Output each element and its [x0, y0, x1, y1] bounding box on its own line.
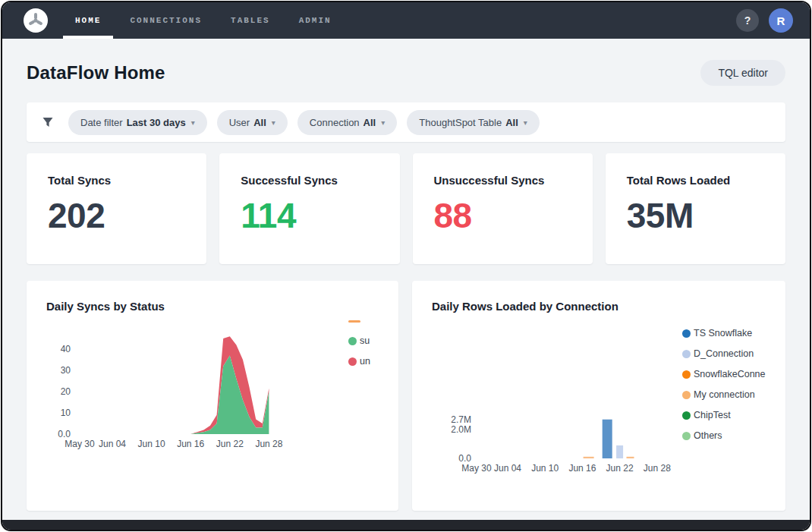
app-logo[interactable] [24, 8, 48, 33]
filter-funnel-icon [42, 116, 54, 128]
legend-label: SnowflakeConne [694, 369, 766, 379]
x-axis-tick: Jun 28 [255, 439, 282, 449]
filter-chip-value: All [505, 117, 518, 128]
legend-dot-icon [682, 411, 691, 420]
nav-tab-home[interactable]: HOME [63, 2, 113, 39]
kpi-card-total-rows-loaded: Total Rows Loaded35M [606, 153, 785, 264]
bar-my-connection[interactable] [627, 457, 634, 458]
tql-editor-button[interactable]: TQL editor [700, 60, 785, 86]
chevron-down-icon: ▾ [272, 118, 275, 127]
filter-chip-value: All [253, 117, 266, 128]
chart-title-daily-rows: Daily Rows Loaded by Connection [432, 300, 785, 313]
nav-tab-tables[interactable]: TABLES [219, 2, 282, 39]
chart-title-daily-syncs: Daily Syncs by Status [46, 300, 398, 313]
y-axis-tick: 0.0 [58, 429, 71, 439]
rows-legend-item-my-connection[interactable]: My connection [682, 389, 785, 400]
y-axis-tick: 30 [61, 365, 71, 376]
filter-chip-value: Last 30 days [127, 117, 186, 128]
rows-legend-item-ts-snowflake[interactable]: TS Snowflake [682, 328, 785, 338]
filter-chip-prefix: Connection [310, 117, 360, 128]
kpi-value: 114 [241, 198, 378, 233]
rows-legend-item-chiptest[interactable]: ChipTest [682, 410, 785, 420]
legend-label: D_Connection [694, 348, 754, 359]
syncs-legend-item-un[interactable]: un [348, 356, 398, 367]
x-axis-tick: Jun 16 [177, 439, 204, 449]
filter-chip-connection[interactable]: ConnectionAll▾ [297, 110, 397, 135]
bar-d-connection[interactable] [616, 445, 623, 458]
bar-my-connection[interactable] [584, 457, 594, 458]
chevron-down-icon: ▾ [191, 118, 195, 127]
x-axis-tick: Jun 10 [531, 463, 559, 474]
bar-ts-snowflake[interactable] [603, 420, 612, 458]
x-axis-tick: Jun 22 [606, 463, 634, 474]
x-axis-tick: Jun 04 [494, 463, 521, 474]
page-header: DataFlow Home TQL editor [2, 39, 810, 98]
daily-syncs-chart-card: Daily Syncs by Status 0.010203040May 30J… [27, 281, 398, 511]
filter-chip-prefix: User [229, 117, 250, 128]
kpi-label: Successful Syncs [241, 174, 378, 187]
filter-chip-value: All [364, 117, 376, 128]
filter-chip-prefix: ThoughtSpot Table [419, 117, 502, 128]
x-axis-tick: Jun 16 [568, 463, 596, 474]
legend-dot-icon [682, 329, 691, 338]
filter-bar: Date filterLast 30 days▾UserAll▾Connecti… [27, 102, 785, 142]
y-axis-tick: 40 [61, 344, 71, 354]
rows-legend-item-d-connection[interactable]: D_Connection [682, 348, 785, 359]
daily-syncs-legend: suun [348, 317, 398, 376]
rows-legend-item-others[interactable]: Others [682, 430, 785, 441]
filter-chip-prefix: Date filter [80, 117, 123, 128]
y-axis-tick: 0.0 [458, 453, 471, 464]
filter-chip-thoughtspot-table[interactable]: ThoughtSpot TableAll▾ [407, 110, 540, 135]
legend-dot-icon [348, 337, 357, 345]
daily-rows-bar-chart[interactable]: 0.02.0M2.7MMay 30Jun 04Jun 10Jun 16Jun 2… [427, 410, 685, 482]
x-axis-tick: Jun 04 [99, 439, 126, 449]
y-axis-tick: 2.7M [451, 414, 471, 425]
daily-syncs-area-chart[interactable]: 0.010203040May 30Jun 04Jun 10Jun 16Jun 2… [42, 328, 360, 461]
legend-dot-icon [348, 357, 357, 366]
charts-row: Daily Syncs by Status 0.010203040May 30J… [27, 281, 785, 511]
nav-tab-admin[interactable]: ADMIN [287, 2, 344, 39]
kpi-card-unsuccessful-syncs: Unsuccessful Syncs88 [413, 153, 593, 264]
kpi-card-successful-syncs: Successful Syncs114 [219, 153, 399, 264]
syncs-legend-item-su[interactable]: su [348, 335, 398, 346]
kpi-row: Total Syncs202Successful Syncs114Unsucce… [27, 153, 785, 264]
y-axis-tick: 20 [61, 386, 71, 397]
legend-dot-icon [682, 370, 691, 379]
kpi-value: 202 [48, 198, 185, 233]
kpi-label: Total Rows Loaded [627, 174, 764, 187]
chevron-down-icon: ▾ [524, 118, 527, 127]
y-axis-tick: 2.0M [451, 424, 471, 435]
legend-dot-icon [682, 350, 691, 358]
daily-rows-legend: TS SnowflakeD_ConnectionSnowflakeConneMy… [682, 328, 785, 451]
daily-rows-chart-card: Daily Rows Loaded by Connection 0.02.0M2… [412, 281, 785, 511]
filter-chip-user[interactable]: UserAll▾ [217, 110, 288, 135]
y-axis-tick: 10 [61, 408, 71, 418]
thoughtspot-logo-icon [27, 12, 44, 29]
kpi-card-total-syncs: Total Syncs202 [27, 153, 206, 264]
nav-tabs: HOMECONNECTIONSTABLESADMIN [63, 2, 348, 39]
legend-dash-icon [348, 320, 360, 323]
kpi-value: 35M [627, 198, 764, 233]
kpi-label: Total Syncs [48, 174, 185, 187]
user-avatar[interactable]: R [769, 8, 793, 33]
legend-label: un [360, 356, 370, 367]
page-title: DataFlow Home [27, 62, 165, 83]
rows-legend-item-snowflakeconne[interactable]: SnowflakeConne [682, 369, 785, 379]
filter-chips: Date filterLast 30 days▾UserAll▾Connecti… [68, 110, 540, 135]
app-window: HOMECONNECTIONSTABLESADMIN ? R DataFlow … [1, 1, 811, 531]
nav-tab-connections[interactable]: CONNECTIONS [118, 2, 214, 39]
legend-label: su [360, 335, 370, 346]
kpi-label: Unsuccessful Syncs [434, 174, 571, 187]
window-bottom-edge [2, 520, 810, 530]
legend-label: TS Snowflake [694, 328, 752, 338]
legend-label: ChipTest [694, 410, 731, 420]
kpi-value: 88 [434, 198, 571, 233]
x-axis-tick: Jun 22 [216, 439, 244, 449]
chevron-down-icon: ▾ [381, 118, 385, 127]
x-axis-tick: May 30 [461, 463, 492, 474]
top-nav: HOMECONNECTIONSTABLESADMIN ? R [2, 2, 810, 39]
legend-dot-icon [682, 432, 691, 440]
filter-chip-date-filter[interactable]: Date filterLast 30 days▾ [68, 110, 207, 135]
syncs-legend-item-series[interactable] [348, 317, 398, 326]
help-button[interactable]: ? [736, 9, 759, 32]
